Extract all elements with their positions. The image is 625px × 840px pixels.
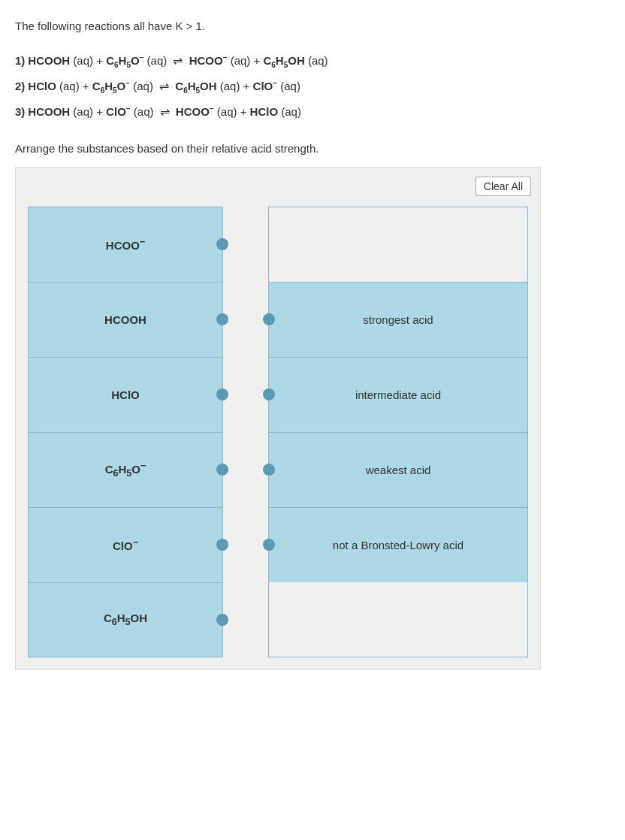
right-item-weakest-dot[interactable] <box>263 464 275 476</box>
connector-row-3 <box>223 357 268 432</box>
right-item-strongest[interactable]: strongest acid <box>268 282 528 357</box>
left-item-clo-dot[interactable] <box>216 539 228 551</box>
connector-row-2 <box>223 282 268 357</box>
left-item-c6h5oh-dot[interactable] <box>216 614 228 626</box>
reaction-1-num: 1) <box>15 50 25 72</box>
left-item-hcooh-label: HCOOH <box>104 313 146 326</box>
left-item-c6h5oh[interactable]: C6H5OH <box>28 582 223 657</box>
reaction-2: 2) HClO (aq) + C6H5O− (aq) ⇌ C6H5OH (aq)… <box>15 74 610 98</box>
drag-columns: HCOO− HCOOH HClO C6H5O− ClO− C6H5OH <box>28 207 528 657</box>
left-item-clo[interactable]: ClO− <box>28 507 223 582</box>
right-item-intermediate-dot[interactable] <box>263 388 275 400</box>
left-column: HCOO− HCOOH HClO C6H5O− ClO− C6H5OH <box>28 207 223 657</box>
arrange-instructions: Arrange the substances based on their re… <box>15 142 610 155</box>
right-item-not-bronsted-label: not a Bronsted-Lowry acid <box>333 539 463 551</box>
right-item-empty1[interactable] <box>268 207 528 282</box>
left-item-c6h5o-dot[interactable] <box>216 464 228 476</box>
left-item-hcoo[interactable]: HCOO− <box>28 207 223 282</box>
left-item-hcooh[interactable]: HCOOH <box>28 282 223 357</box>
left-item-hcooh-dot[interactable] <box>216 313 228 325</box>
right-item-not-bronsted-dot[interactable] <box>263 539 275 551</box>
right-item-intermediate-label: intermediate acid <box>355 388 441 401</box>
left-item-c6h5oh-label: C6H5OH <box>104 612 147 627</box>
connector-row-1 <box>223 207 268 282</box>
reaction-3: 3) HCOOH (aq) + ClO− (aq) ⇌ HCOO− (aq) +… <box>15 100 610 124</box>
right-item-weakest-label: weakest acid <box>366 464 431 476</box>
reactions-container: 1) HCOOH (aq) + C6H5O− (aq) ⇌ HCOO− (aq)… <box>15 49 610 124</box>
reaction-2-num: 2) <box>15 75 25 98</box>
connector-row-4 <box>223 432 268 507</box>
reaction-1: 1) HCOOH (aq) + C6H5O− (aq) ⇌ HCOO− (aq)… <box>15 49 610 73</box>
left-item-clo-label: ClO− <box>113 537 138 552</box>
intro-text: The following reactions all have K > 1. <box>15 18 610 35</box>
right-item-strongest-dot[interactable] <box>263 313 275 325</box>
right-item-strongest-label: strongest acid <box>363 313 433 326</box>
connector-row-5 <box>223 507 268 582</box>
right-column: strongest acid intermediate acid weakest… <box>268 207 528 657</box>
left-item-hclo-dot[interactable] <box>216 388 228 400</box>
connector-row-6 <box>223 582 268 657</box>
right-item-intermediate[interactable]: intermediate acid <box>268 357 528 432</box>
reaction-2-content: HClO (aq) + C6H5O− (aq) ⇌ C6H5OH (aq) + … <box>28 74 300 98</box>
left-item-hcoo-label: HCOO− <box>106 237 145 252</box>
right-item-not-bronsted[interactable]: not a Bronsted-Lowry acid <box>268 507 528 582</box>
right-item-weakest[interactable]: weakest acid <box>268 432 528 507</box>
left-item-hcoo-dot[interactable] <box>216 238 228 250</box>
reaction-3-content: HCOOH (aq) + ClO− (aq) ⇌ HCOO− (aq) + HC… <box>28 100 301 124</box>
left-item-hclo-label: HClO <box>111 388 140 401</box>
connector-column <box>223 207 268 657</box>
left-item-c6h5o[interactable]: C6H5O− <box>28 432 223 507</box>
reaction-3-num: 3) <box>15 101 25 123</box>
reaction-1-content: HCOOH (aq) + C6H5O− (aq) ⇌ HCOO− (aq) + … <box>28 49 328 73</box>
right-item-empty2[interactable] <box>268 582 528 657</box>
left-item-c6h5o-label: C6H5O− <box>105 461 146 479</box>
left-item-hclo[interactable]: HClO <box>28 357 223 432</box>
clear-all-button[interactable]: Clear All <box>476 177 531 196</box>
drag-area: Clear All HCOO− HCOOH HClO C6H5O− ClO− <box>15 167 541 670</box>
